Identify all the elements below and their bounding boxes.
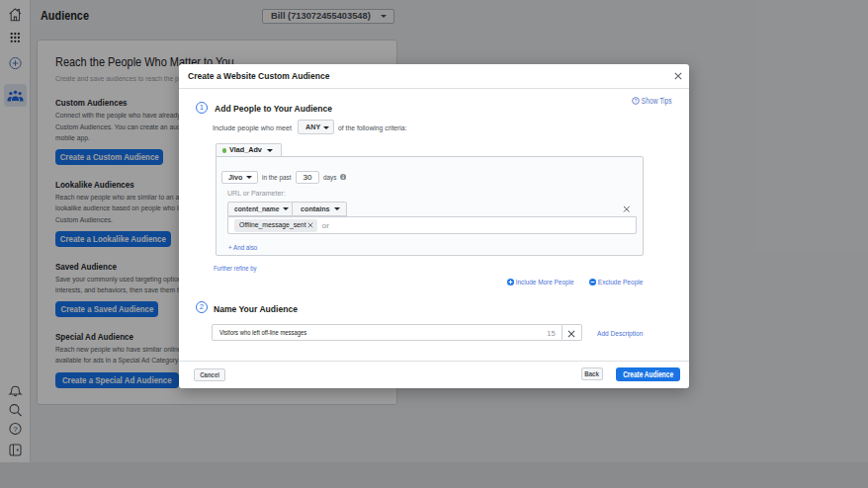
svg-text:?: ? <box>634 97 637 103</box>
